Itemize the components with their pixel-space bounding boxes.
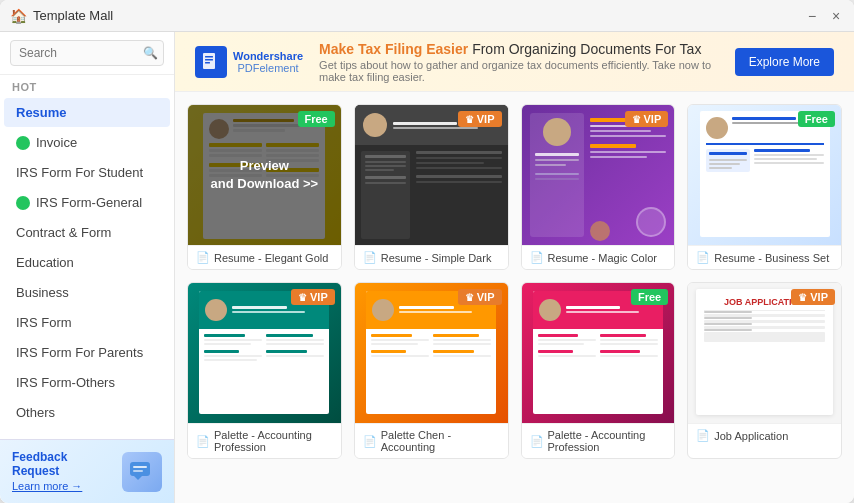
feedback-link[interactable]: Learn more → — [12, 480, 82, 492]
template-icon-magic: 📄 — [530, 251, 544, 264]
pdfelement-icon — [195, 46, 227, 78]
template-card-palette-orange[interactable]: ♛ VIP 📄 Palette Chen - Accounting — [354, 282, 509, 459]
close-button[interactable]: × — [828, 8, 844, 24]
crown-icon-jobapp: ♛ — [798, 292, 807, 303]
sidebar-item-others[interactable]: Others — [4, 398, 170, 427]
template-label-job-app: 📄 Job Application — [688, 423, 841, 447]
badge-free-business: Free — [798, 111, 835, 127]
template-name-job-app: Job Application — [714, 430, 788, 442]
template-preview-simple-dark: ♛ VIP — [355, 105, 508, 245]
sidebar-item-irs-student[interactable]: IRS Form For Student — [4, 158, 170, 187]
job-app-inner: JOB APPLICATION — [696, 289, 833, 415]
templates-container: Previewand Download >> Free 📄 Resume - E… — [175, 92, 854, 503]
banner-logo-text: Wondershare PDFelement — [233, 50, 303, 74]
template-name-palette-teal: Palette - Accounting Profession — [214, 429, 333, 453]
template-icon-teal: 📄 — [196, 435, 210, 448]
feedback-graphic — [122, 452, 162, 492]
magic-left — [530, 113, 585, 237]
logo-bottom: PDFelement — [237, 62, 298, 74]
banner-logo-wrap: Wondershare PDFelement — [195, 46, 303, 78]
template-icon-dark: 📄 — [363, 251, 377, 264]
template-card-elegant-gold[interactable]: Previewand Download >> Free 📄 Resume - E… — [187, 104, 342, 270]
content-area: Wondershare PDFelement Make Tax Filing E… — [175, 32, 854, 503]
titlebar: 🏠 Template Mall − × — [0, 0, 854, 32]
irs-student-label: IRS Form For Student — [16, 165, 143, 180]
invoice-dot — [16, 136, 30, 150]
minimize-button[interactable]: − — [804, 8, 820, 24]
template-name-palette-orange: Palette Chen - Accounting — [381, 429, 500, 453]
palette-teal-card — [199, 291, 329, 414]
resume-label: Resume — [16, 105, 67, 120]
banner: Wondershare PDFelement Make Tax Filing E… — [175, 32, 854, 92]
job-field-4 — [704, 329, 825, 342]
palette-free-card — [533, 291, 663, 414]
template-name-elegant-gold: Resume - Elegant Gold — [214, 252, 328, 264]
banner-sub: Get tips about how to gather and organiz… — [319, 59, 719, 83]
irs-general-label: IRS Form-General — [36, 195, 142, 210]
template-icon-pink: 📄 — [530, 435, 544, 448]
sidebar-item-invoice[interactable]: Invoice — [4, 128, 170, 157]
sidebar-item-resume[interactable]: Resume — [4, 98, 170, 127]
template-preview-magic-color: ♛ VIP — [522, 105, 675, 245]
badge-vip-dark: ♛ VIP — [458, 111, 502, 127]
badge-vip-orange: ♛ VIP — [458, 289, 502, 305]
template-card-simple-dark[interactable]: ♛ VIP 📄 Resume - Simple Dark — [354, 104, 509, 270]
svg-rect-4 — [203, 53, 215, 69]
template-label-palette-teal: 📄 Palette - Accounting Profession — [188, 423, 341, 458]
titlebar-controls: − × — [804, 8, 844, 24]
template-name-simple-dark: Resume - Simple Dark — [381, 252, 492, 264]
badge-vip-jobapp: ♛ VIP — [791, 289, 835, 305]
business-label: Business — [16, 285, 69, 300]
crown-icon-magic: ♛ — [632, 114, 641, 125]
sidebar-item-irs-form[interactable]: IRS Form — [4, 308, 170, 337]
others-label: Others — [16, 405, 55, 420]
banner-headline-suffix: From Organizing Documents For Tax — [472, 41, 701, 57]
sidebar-footer: Feedback Request Learn more → — [0, 439, 174, 503]
sidebar-item-irs-parents[interactable]: IRS Form For Parents — [4, 338, 170, 367]
template-label-elegant-gold: 📄 Resume - Elegant Gold — [188, 245, 341, 269]
feedback-text-wrap: Feedback Request Learn more → — [12, 450, 114, 493]
irs-form-label: IRS Form — [16, 315, 72, 330]
svg-rect-2 — [133, 466, 147, 468]
app-icon: 🏠 — [10, 8, 27, 24]
banner-headline: Make Tax Filing Easier From Organizing D… — [319, 41, 719, 57]
sidebar-item-irs-others[interactable]: IRS Form-Others — [4, 368, 170, 397]
sidebar-item-irs-general[interactable]: IRS Form-General — [4, 188, 170, 217]
crown-icon: ♛ — [465, 114, 474, 125]
template-label-magic-color: 📄 Resume - Magic Color — [522, 245, 675, 269]
titlebar-left: 🏠 Template Mall — [10, 8, 113, 24]
sidebar-item-contract[interactable]: Contract & Form — [4, 218, 170, 247]
hot-section-label: HOT — [0, 75, 174, 97]
template-card-job-app[interactable]: JOB APPLICATION — [687, 282, 842, 459]
template-card-business-set[interactable]: Free 📄 Resume - Business Set — [687, 104, 842, 270]
template-icon-business: 📄 — [696, 251, 710, 264]
template-card-palette-teal[interactable]: ♛ VIP 📄 Palette - Accounting Profession — [187, 282, 342, 459]
feedback-icon — [128, 458, 156, 486]
logo-top: Wondershare — [233, 50, 303, 62]
sidebar-item-education[interactable]: Education — [4, 248, 170, 277]
template-icon-jobapp: 📄 — [696, 429, 710, 442]
badge-free-pink: Free — [631, 289, 668, 305]
mini-resume-business — [700, 111, 830, 237]
badge-vip-magic: ♛ VIP — [625, 111, 669, 127]
template-preview-job-app: JOB APPLICATION — [688, 283, 841, 423]
dark-body — [355, 145, 508, 245]
search-input[interactable] — [10, 40, 164, 66]
template-icon-orange: 📄 — [363, 435, 377, 448]
template-card-magic-color[interactable]: ♛ VIP 📄 Resume - Magic Color — [521, 104, 676, 270]
svg-rect-5 — [205, 56, 213, 58]
crown-icon-orange: ♛ — [465, 292, 474, 303]
template-card-palette-free[interactable]: Free 📄 Palette - Accounting Profession — [521, 282, 676, 459]
template-icon: 📄 — [196, 251, 210, 264]
template-preview-elegant-gold: Previewand Download >> Free — [188, 105, 341, 245]
svg-marker-1 — [134, 476, 142, 480]
search-wrap: 🔍 — [10, 40, 164, 66]
contract-label: Contract & Form — [16, 225, 111, 240]
template-preview-palette-orange: ♛ VIP — [355, 283, 508, 423]
template-preview-palette-teal: ♛ VIP — [188, 283, 341, 423]
explore-more-button[interactable]: Explore More — [735, 48, 834, 76]
window-title: Template Mall — [33, 8, 113, 23]
sidebar-item-business[interactable]: Business — [4, 278, 170, 307]
template-label-business-set: 📄 Resume - Business Set — [688, 245, 841, 269]
education-label: Education — [16, 255, 74, 270]
